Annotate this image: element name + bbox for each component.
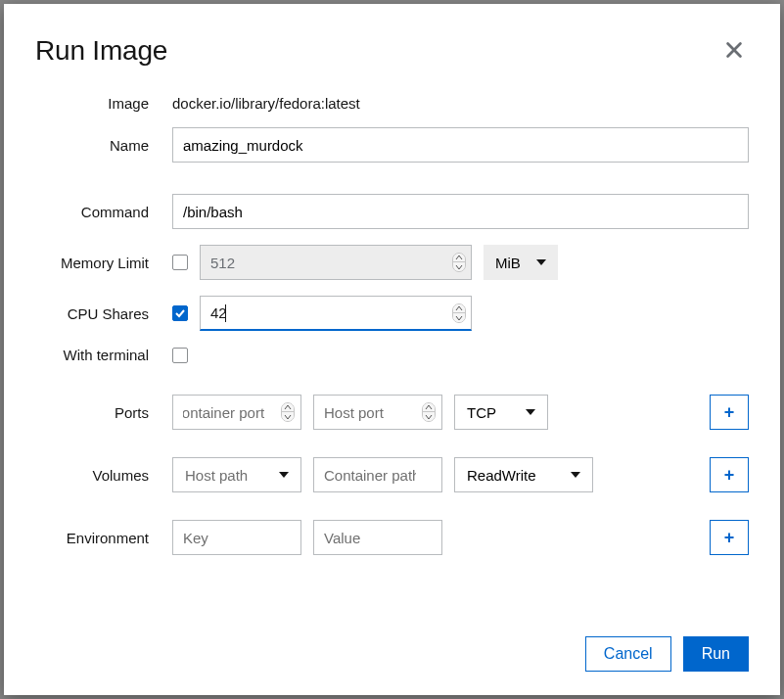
row-cpu-shares: CPU Shares 42 bbox=[35, 296, 749, 331]
chevron-down-icon bbox=[279, 472, 289, 478]
volume-mode-value: ReadWrite bbox=[467, 467, 536, 484]
cpu-shares-checkbox[interactable] bbox=[172, 305, 188, 321]
memory-limit-spinner-wrap bbox=[200, 245, 472, 280]
plus-icon: + bbox=[724, 528, 735, 548]
run-image-modal: Run Image Image docker.io/library/fedora… bbox=[4, 4, 780, 695]
protocol-select[interactable]: TCP bbox=[454, 395, 548, 430]
row-memory-limit: Memory Limit MiB bbox=[35, 245, 749, 280]
memory-spin-up[interactable] bbox=[453, 254, 465, 262]
memory-spin-buttons[interactable] bbox=[452, 253, 466, 272]
add-port-button[interactable]: + bbox=[710, 395, 749, 430]
host-port-spin[interactable] bbox=[422, 402, 436, 422]
container-path-input[interactable] bbox=[314, 458, 441, 491]
container-port-wrap bbox=[172, 395, 301, 430]
add-env-button[interactable]: + bbox=[710, 520, 749, 555]
chevron-down-icon bbox=[536, 259, 546, 265]
close-button[interactable] bbox=[719, 35, 749, 68]
cpu-spin-buttons[interactable] bbox=[452, 303, 466, 323]
text-caret bbox=[225, 304, 226, 322]
host-path-placeholder: Host path bbox=[185, 467, 248, 484]
label-with-terminal: With terminal bbox=[35, 347, 172, 363]
env-value-wrap bbox=[313, 520, 442, 555]
modal-header: Run Image bbox=[35, 35, 749, 68]
image-value: docker.io/library/fedora:latest bbox=[172, 95, 360, 112]
label-volumes: Volumes bbox=[35, 467, 172, 484]
env-value-input[interactable] bbox=[314, 521, 441, 554]
row-ports: Ports TCP bbox=[35, 395, 749, 430]
label-cpu-shares: CPU Shares bbox=[35, 305, 172, 322]
spin-down[interactable] bbox=[423, 412, 435, 421]
with-terminal-checkbox[interactable] bbox=[172, 348, 188, 363]
spin-down[interactable] bbox=[282, 412, 294, 421]
host-port-wrap bbox=[313, 395, 442, 430]
memory-unit-select[interactable]: MiB bbox=[484, 245, 558, 280]
memory-limit-checkbox[interactable] bbox=[172, 255, 188, 270]
cpu-shares-spinner-wrap: 42 bbox=[200, 296, 472, 331]
cpu-shares-input[interactable]: 42 bbox=[200, 296, 472, 331]
form-body: Image docker.io/library/fedora:latest Na… bbox=[35, 95, 749, 571]
plus-icon: + bbox=[724, 402, 735, 423]
cancel-button[interactable]: Cancel bbox=[585, 636, 671, 672]
memory-spin-down[interactable] bbox=[453, 262, 465, 271]
plus-icon: + bbox=[724, 465, 735, 486]
modal-title: Run Image bbox=[35, 35, 167, 67]
run-button[interactable]: Run bbox=[683, 636, 749, 672]
container-port-spin[interactable] bbox=[281, 402, 295, 422]
cpu-spin-up[interactable] bbox=[453, 304, 465, 313]
container-path-wrap bbox=[313, 457, 442, 492]
row-name: Name bbox=[35, 127, 749, 163]
command-input[interactable] bbox=[172, 194, 749, 229]
spin-up[interactable] bbox=[282, 403, 294, 412]
check-icon bbox=[174, 307, 186, 319]
label-name: Name bbox=[35, 137, 172, 154]
env-key-input[interactable] bbox=[173, 521, 300, 554]
label-command: Command bbox=[35, 204, 172, 220]
label-memory-limit: Memory Limit bbox=[35, 255, 172, 271]
chevron-down-icon bbox=[571, 472, 580, 478]
label-ports: Ports bbox=[35, 404, 172, 421]
add-volume-button[interactable]: + bbox=[710, 457, 749, 492]
volume-mode-select[interactable]: ReadWrite bbox=[454, 457, 593, 492]
spin-up[interactable] bbox=[423, 403, 435, 412]
row-with-terminal: With terminal bbox=[35, 347, 749, 363]
host-path-select[interactable]: Host path bbox=[172, 457, 301, 492]
protocol-value: TCP bbox=[467, 404, 496, 421]
memory-limit-input[interactable] bbox=[200, 245, 472, 280]
memory-unit-value: MiB bbox=[495, 255, 521, 271]
name-input[interactable] bbox=[172, 127, 749, 163]
label-environment: Environment bbox=[35, 530, 172, 546]
env-key-wrap bbox=[172, 520, 301, 555]
close-icon bbox=[723, 39, 745, 61]
label-image: Image bbox=[35, 95, 172, 112]
cpu-spin-down[interactable] bbox=[453, 313, 465, 322]
row-image: Image docker.io/library/fedora:latest bbox=[35, 95, 749, 112]
modal-footer: Cancel Run bbox=[35, 613, 749, 672]
row-environment: Environment + bbox=[35, 520, 749, 555]
chevron-down-icon bbox=[526, 409, 535, 415]
row-volumes: Volumes Host path ReadWrite + bbox=[35, 457, 749, 492]
row-command: Command bbox=[35, 194, 749, 229]
